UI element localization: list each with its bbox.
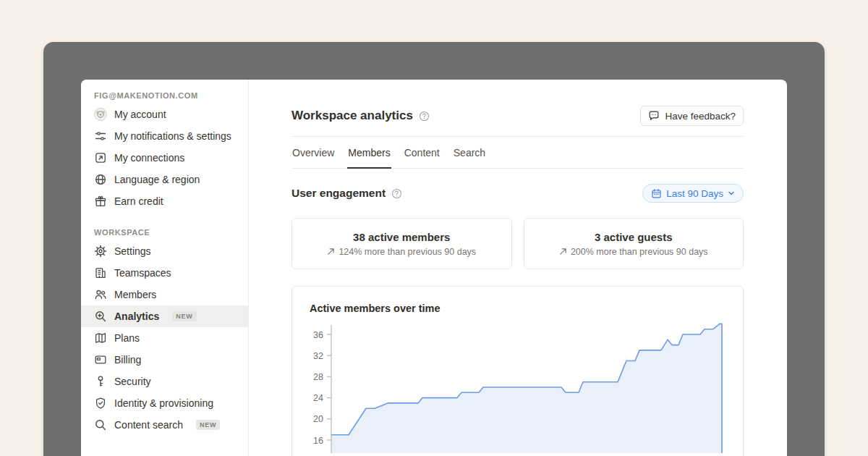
sidebar-item-label: My account (114, 107, 166, 122)
gear-icon (94, 245, 107, 258)
calendar-icon (651, 188, 662, 199)
trend-up-icon (559, 248, 567, 256)
sliders-icon (94, 130, 107, 143)
tab-content[interactable]: Content (404, 137, 441, 169)
page: { "window": { "traffic_lights": ["close"… (0, 0, 868, 456)
sidebar-item-label: Identity & provisioning (114, 396, 213, 410)
sidebar-item-security[interactable]: Security (81, 371, 248, 392)
workspace-section-label: WORKSPACE (81, 225, 248, 240)
speech-bubble-icon (648, 110, 660, 122)
magnifier-plus-icon (94, 310, 107, 323)
sidebar-item-settings[interactable]: Settings (81, 240, 248, 262)
avatar-koala-icon (94, 108, 107, 121)
sidebar-item-my-notifications-settings[interactable]: My notifications & settings (81, 125, 248, 147)
page-header: Workspace analytics (292, 106, 744, 126)
stat-change-text: 200% more than previous 90 days (571, 247, 708, 257)
chevron-down-icon (728, 190, 735, 197)
date-range-filter-button[interactable]: Last 90 Days (642, 184, 744, 203)
sidebar-item-members[interactable]: Members (81, 284, 248, 305)
chart-area-fill (331, 324, 722, 453)
active-members-stat-card: 38 active members 124% more than previou… (292, 218, 512, 269)
map-icon (94, 332, 107, 345)
sidebar-item-identity-provisioning[interactable]: Identity & provisioning (81, 392, 248, 414)
page-title: Workspace analytics (292, 109, 413, 123)
sidebar-item-earn-credit[interactable]: Earn credit (81, 190, 248, 212)
have-feedback-button[interactable]: Have feedback? (640, 106, 744, 126)
sidebar-item-content-search[interactable]: Content search NEW (81, 414, 248, 436)
active-guests-stat-card: 3 active guests 200% more than previous … (524, 218, 744, 269)
sidebar-item-label: Content search (114, 418, 183, 432)
credit-card-icon (94, 353, 107, 366)
settings-sidebar: FIG@MAKENOTION.COM My account (81, 80, 249, 456)
section-title: User engagement (292, 187, 386, 200)
have-feedback-label: Have feedback? (665, 111, 736, 122)
key-icon (94, 375, 107, 388)
sidebar-item-label: Teamspaces (114, 266, 171, 280)
main-content: Workspace analytics (249, 80, 787, 456)
sidebar-section-gap (81, 212, 248, 225)
globe-icon (94, 173, 107, 186)
stat-cards-row: 38 active members 124% more than previou… (292, 218, 744, 269)
date-range-label: Last 90 Days (666, 188, 723, 199)
help-icon[interactable] (419, 111, 430, 122)
sidebar-item-analytics[interactable]: Analytics NEW (81, 305, 248, 327)
gift-icon (94, 195, 107, 208)
analytics-tabs: Overview Members Content Search (292, 137, 744, 169)
chart-title: Active members over time (310, 303, 441, 314)
sidebar-item-label: Settings (114, 244, 151, 258)
help-icon[interactable] (391, 188, 402, 199)
tab-members[interactable]: Members (347, 137, 391, 169)
app-window: FIG@MAKENOTION.COM My account (43, 42, 825, 456)
active-members-chart: 162024283236 (310, 319, 729, 453)
sidebar-item-billing[interactable]: Billing (81, 349, 248, 371)
y-axis-tick-label: 20 (313, 414, 323, 424)
sidebar-item-label: Members (114, 287, 156, 302)
building-icon (94, 266, 107, 279)
settings-panel: FIG@MAKENOTION.COM My account (81, 80, 787, 456)
stat-change-text: 124% more than previous 90 days (339, 247, 476, 257)
user-engagement-header: User engagement (292, 184, 744, 203)
sidebar-item-label: My connections (114, 151, 184, 165)
sidebar-item-plans[interactable]: Plans (81, 327, 248, 349)
stat-value: 3 active guests (595, 231, 673, 243)
tab-overview[interactable]: Overview (292, 137, 335, 169)
new-badge: NEW (172, 311, 196, 321)
sidebar-item-my-connections[interactable]: My connections (81, 147, 248, 169)
sidebar-item-label: Plans (114, 331, 140, 345)
sidebar-item-label: My notifications & settings (114, 129, 231, 143)
new-badge: NEW (196, 420, 220, 430)
y-axis-tick-label: 32 (313, 351, 323, 361)
y-axis-tick-label: 36 (313, 330, 323, 340)
y-axis-tick-label: 16 (313, 436, 323, 446)
sidebar-item-label: Language & region (114, 172, 200, 187)
sidebar-item-my-account[interactable]: My account (81, 104, 248, 125)
sidebar-item-label: Billing (114, 352, 141, 367)
external-link-icon (94, 151, 107, 164)
active-members-chart-card: Active members over time 162024283236 (292, 286, 744, 456)
tab-search[interactable]: Search (453, 137, 486, 169)
sidebar-item-language-region[interactable]: Language & region (81, 169, 248, 190)
y-axis-tick-label: 24 (313, 393, 323, 403)
sidebar-item-label: Earn credit (114, 194, 163, 208)
account-section-label: FIG@MAKENOTION.COM (81, 88, 248, 104)
stat-value: 38 active members (353, 231, 450, 243)
magnifier-icon (94, 418, 107, 431)
shield-check-icon (94, 397, 107, 410)
people-icon (94, 288, 107, 301)
y-axis-tick-label: 28 (313, 372, 323, 382)
trend-up-icon (327, 248, 335, 256)
sidebar-item-label: Security (114, 374, 151, 389)
sidebar-item-label: Analytics (114, 309, 159, 324)
sidebar-item-teamspaces[interactable]: Teamspaces (81, 262, 248, 284)
